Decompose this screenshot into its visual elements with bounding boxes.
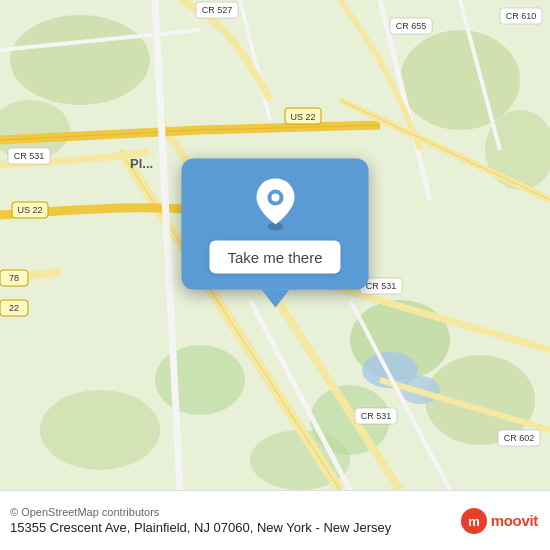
bottom-bar: © OpenStreetMap contributors 15355 Cresc… <box>0 490 550 550</box>
svg-text:CR 655: CR 655 <box>396 21 427 31</box>
take-me-there-button[interactable]: Take me there <box>209 241 340 274</box>
map-pin-icon <box>253 177 297 231</box>
svg-text:m: m <box>468 514 480 529</box>
moovit-label: moovit <box>491 512 538 529</box>
moovit-logo: m moovit <box>460 507 538 535</box>
map-container: CR 527 US 22 CR 655 CR 610 CR 531 US 22 … <box>0 0 550 490</box>
copyright-text: © OpenStreetMap contributors <box>10 506 391 518</box>
bottom-left: © OpenStreetMap contributors 15355 Cresc… <box>10 506 391 535</box>
svg-text:CR 531: CR 531 <box>361 411 392 421</box>
svg-text:US 22: US 22 <box>17 205 42 215</box>
svg-point-1 <box>10 15 150 105</box>
location-popup: Take me there <box>181 159 368 308</box>
svg-point-52 <box>271 194 279 202</box>
svg-point-9 <box>40 390 160 470</box>
popup-tail <box>261 290 289 308</box>
moovit-icon: m <box>460 507 488 535</box>
address-text: 15355 Crescent Ave, Plainfield, NJ 07060… <box>10 520 391 535</box>
svg-text:CR 531: CR 531 <box>366 281 397 291</box>
svg-text:CR 602: CR 602 <box>504 433 535 443</box>
svg-text:Pl...: Pl... <box>130 156 153 171</box>
popup-card: Take me there <box>181 159 368 290</box>
svg-text:CR 527: CR 527 <box>202 5 233 15</box>
svg-text:CR 531: CR 531 <box>14 151 45 161</box>
svg-text:US 22: US 22 <box>290 112 315 122</box>
svg-point-3 <box>400 30 520 130</box>
svg-text:22: 22 <box>9 303 19 313</box>
svg-text:CR 610: CR 610 <box>506 11 537 21</box>
svg-text:78: 78 <box>9 273 19 283</box>
svg-point-8 <box>155 345 245 415</box>
